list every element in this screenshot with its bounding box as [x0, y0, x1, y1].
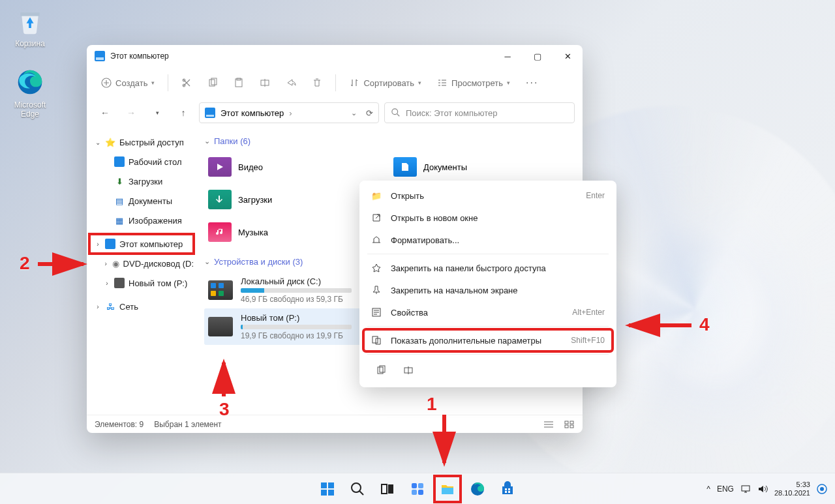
network-icon[interactable] — [740, 484, 751, 494]
chevron-down-icon[interactable]: ⌄ — [351, 109, 357, 117]
ctx-rename-button[interactable] — [397, 361, 419, 380]
svg-point-37 — [820, 487, 824, 491]
svg-rect-24 — [382, 484, 387, 494]
edge-browser[interactable]: Microsoft Edge — [5, 67, 55, 119]
system-tray[interactable]: ^ ENG 5:33 28.10.2021 — [706, 481, 835, 497]
nav-quick-access[interactable]: ⌄⭐Быстрый доступ — [89, 132, 194, 152]
minimize-button[interactable]: ─ — [493, 45, 523, 67]
folders-group-header[interactable]: ⌄Папки (6) — [204, 136, 575, 146]
svg-rect-25 — [388, 484, 393, 494]
rename-icon — [260, 78, 270, 88]
up-button[interactable]: ↑ — [173, 102, 194, 123]
rename-button[interactable] — [253, 71, 277, 95]
ctx-pin-start[interactable]: Закрепить на начальном экране — [363, 279, 613, 301]
desktop-icon — [114, 156, 125, 167]
ctx-properties[interactable]: Свойства Alt+Enter — [363, 301, 613, 323]
music-folder-icon — [208, 222, 232, 242]
widgets-button[interactable] — [404, 476, 431, 502]
ctx-format[interactable]: Форматировать... — [363, 229, 613, 251]
recycle-bin[interactable]: Корзина — [5, 5, 55, 48]
svg-rect-27 — [418, 483, 423, 488]
trash-icon — [312, 78, 322, 88]
nav-new-volume[interactable]: ›Новый том (P:) — [89, 273, 194, 293]
recent-button[interactable]: ▾ — [147, 102, 168, 123]
start-button[interactable] — [314, 476, 341, 502]
nav-network[interactable]: ›🖧Сеть — [89, 297, 194, 316]
file-explorer-taskbar[interactable] — [434, 476, 461, 502]
annotation-arrow-4 — [624, 316, 695, 338]
nav-documents[interactable]: ▤Документы — [89, 191, 194, 211]
nav-downloads[interactable]: ⬇Загрузки — [89, 171, 194, 191]
pin-start-icon — [371, 285, 382, 295]
search-input[interactable]: Поиск: Этот компьютер — [384, 102, 575, 123]
notifications-icon[interactable] — [817, 484, 827, 494]
refresh-button[interactable]: ⟳ — [366, 108, 373, 118]
command-bar: Создать ▾ Сортировать ▾ Просмотреть ▾ ··… — [87, 67, 583, 98]
edge-label: Microsoft Edge — [14, 100, 46, 119]
context-menu: 📁 Открыть Enter Открыть в новом окне Фор… — [359, 181, 616, 387]
documents-folder-icon — [393, 157, 417, 177]
document-icon: ▤ — [114, 196, 125, 206]
tray-chevron-icon[interactable]: ^ — [706, 484, 710, 494]
maximize-button[interactable]: ▢ — [523, 45, 553, 67]
view-button[interactable]: Просмотреть ▾ — [431, 71, 517, 95]
svg-rect-35 — [742, 486, 750, 491]
address-bar[interactable]: Этот компьютер › ⌄ ⟳ — [199, 102, 379, 123]
details-view-icon[interactable] — [543, 421, 554, 428]
nav-this-pc[interactable]: ›Этот компьютер — [89, 234, 194, 254]
nav-dvd[interactable]: ›◉DVD-дисковод (D: — [89, 254, 194, 273]
folder-documents[interactable]: Документы — [389, 151, 575, 183]
this-pc-icon — [105, 239, 115, 249]
edge-taskbar[interactable] — [464, 476, 491, 502]
recycle-bin-label: Корзина — [15, 39, 45, 48]
task-view-button[interactable] — [374, 476, 401, 502]
nav-pane: ⌄⭐Быстрый доступ Рабочий стол ⬇Загрузки … — [87, 127, 196, 415]
search-button[interactable] — [344, 476, 371, 502]
copy-button[interactable] — [201, 71, 224, 95]
format-icon — [371, 235, 382, 245]
forward-button[interactable]: → — [121, 102, 142, 123]
sort-button[interactable]: Сортировать ▾ — [342, 71, 428, 95]
close-button[interactable]: ✕ — [553, 45, 583, 67]
status-bar: Элементов: 9 Выбран 1 элемент — [87, 415, 583, 433]
disc-icon: ◉ — [112, 258, 119, 269]
clock[interactable]: 5:33 28.10.2021 — [774, 481, 810, 497]
annotation-4: 4 — [699, 314, 710, 335]
back-button[interactable]: ← — [95, 102, 115, 123]
share-button[interactable] — [279, 71, 303, 95]
scissors-icon — [181, 78, 192, 88]
title-bar[interactable]: Этот компьютер ─ ▢ ✕ — [87, 45, 583, 67]
tiles-view-icon[interactable] — [564, 421, 575, 428]
more-button[interactable]: ··· — [519, 71, 545, 95]
svg-rect-26 — [412, 483, 417, 488]
ctx-show-more-options[interactable]: Показать дополнительные параметры Shift+… — [363, 329, 613, 351]
drive-icon — [208, 317, 233, 336]
folder-video[interactable]: Видео — [204, 151, 389, 183]
ctx-copy-button[interactable] — [370, 361, 392, 380]
ctx-pin-quick-access[interactable]: Закрепить на панели быстрого доступа — [363, 257, 613, 279]
svg-rect-20 — [328, 482, 334, 488]
svg-rect-32 — [508, 488, 510, 490]
properties-icon — [371, 307, 382, 318]
pin-icon — [371, 263, 382, 273]
svg-rect-13 — [570, 425, 573, 428]
svg-rect-22 — [328, 490, 334, 496]
language-indicator[interactable]: ENG — [717, 484, 734, 494]
annotation-arrow-1 — [434, 412, 454, 471]
svg-rect-11 — [565, 425, 568, 428]
drive-icon — [208, 280, 233, 300]
store-taskbar[interactable] — [494, 476, 521, 502]
delete-button[interactable] — [305, 71, 329, 95]
view-icon — [437, 78, 448, 88]
cut-button[interactable] — [175, 71, 198, 95]
star-icon: ⭐ — [105, 137, 115, 147]
nav-pictures[interactable]: ▦Изображения — [89, 211, 194, 230]
volume-icon[interactable] — [757, 484, 768, 494]
nav-desktop[interactable]: Рабочий стол — [89, 152, 194, 171]
ctx-open[interactable]: 📁 Открыть Enter — [363, 185, 613, 207]
ctx-open-new-window[interactable]: Открыть в новом окне — [363, 207, 613, 229]
paste-button[interactable] — [227, 71, 250, 95]
more-options-icon — [371, 335, 382, 346]
this-pc-icon — [205, 108, 215, 118]
new-button[interactable]: Создать ▾ — [95, 71, 161, 95]
